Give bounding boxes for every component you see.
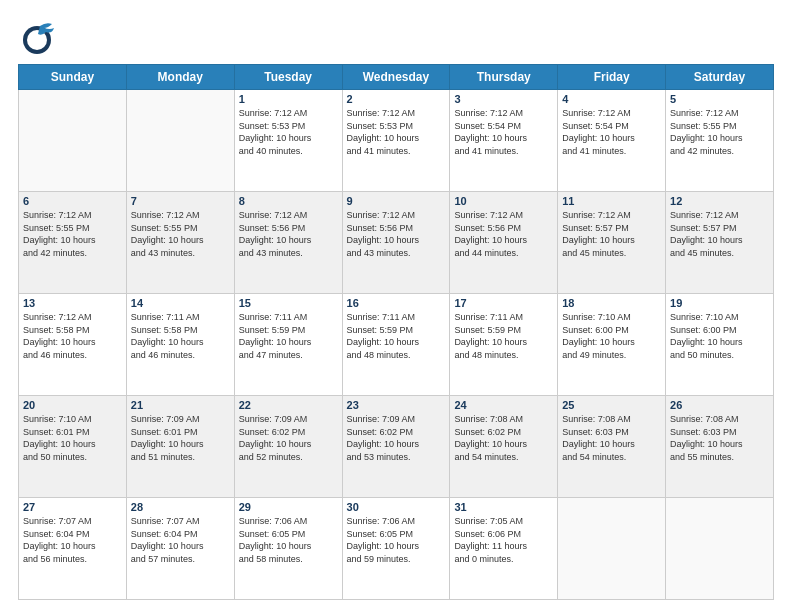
day-number: 10 xyxy=(454,195,553,207)
day-number: 12 xyxy=(670,195,769,207)
page: SundayMondayTuesdayWednesdayThursdayFrid… xyxy=(0,0,792,612)
day-header-wednesday: Wednesday xyxy=(342,65,450,90)
logo-svg xyxy=(18,18,56,56)
day-number: 5 xyxy=(670,93,769,105)
day-number: 26 xyxy=(670,399,769,411)
calendar-cell: 17Sunrise: 7:11 AM Sunset: 5:59 PM Dayli… xyxy=(450,294,558,396)
calendar-cell: 2Sunrise: 7:12 AM Sunset: 5:53 PM Daylig… xyxy=(342,90,450,192)
day-number: 20 xyxy=(23,399,122,411)
day-header-tuesday: Tuesday xyxy=(234,65,342,90)
calendar-cell xyxy=(126,90,234,192)
day-number: 17 xyxy=(454,297,553,309)
day-number: 3 xyxy=(454,93,553,105)
day-info: Sunrise: 7:12 AM Sunset: 5:56 PM Dayligh… xyxy=(454,209,553,259)
day-info: Sunrise: 7:12 AM Sunset: 5:57 PM Dayligh… xyxy=(670,209,769,259)
day-number: 4 xyxy=(562,93,661,105)
calendar-cell: 10Sunrise: 7:12 AM Sunset: 5:56 PM Dayli… xyxy=(450,192,558,294)
calendar-cell: 6Sunrise: 7:12 AM Sunset: 5:55 PM Daylig… xyxy=(19,192,127,294)
week-row-4: 20Sunrise: 7:10 AM Sunset: 6:01 PM Dayli… xyxy=(19,396,774,498)
calendar-cell: 29Sunrise: 7:06 AM Sunset: 6:05 PM Dayli… xyxy=(234,498,342,600)
day-number: 28 xyxy=(131,501,230,513)
day-info: Sunrise: 7:10 AM Sunset: 6:00 PM Dayligh… xyxy=(670,311,769,361)
day-number: 21 xyxy=(131,399,230,411)
week-row-5: 27Sunrise: 7:07 AM Sunset: 6:04 PM Dayli… xyxy=(19,498,774,600)
calendar-cell: 28Sunrise: 7:07 AM Sunset: 6:04 PM Dayli… xyxy=(126,498,234,600)
day-number: 2 xyxy=(347,93,446,105)
calendar-table: SundayMondayTuesdayWednesdayThursdayFrid… xyxy=(18,64,774,600)
day-info: Sunrise: 7:12 AM Sunset: 5:54 PM Dayligh… xyxy=(454,107,553,157)
calendar-cell: 14Sunrise: 7:11 AM Sunset: 5:58 PM Dayli… xyxy=(126,294,234,396)
week-row-2: 6Sunrise: 7:12 AM Sunset: 5:55 PM Daylig… xyxy=(19,192,774,294)
calendar-cell: 11Sunrise: 7:12 AM Sunset: 5:57 PM Dayli… xyxy=(558,192,666,294)
day-number: 1 xyxy=(239,93,338,105)
day-number: 19 xyxy=(670,297,769,309)
day-number: 14 xyxy=(131,297,230,309)
calendar-cell: 19Sunrise: 7:10 AM Sunset: 6:00 PM Dayli… xyxy=(666,294,774,396)
calendar-cell: 25Sunrise: 7:08 AM Sunset: 6:03 PM Dayli… xyxy=(558,396,666,498)
day-number: 15 xyxy=(239,297,338,309)
calendar-cell: 4Sunrise: 7:12 AM Sunset: 5:54 PM Daylig… xyxy=(558,90,666,192)
day-number: 9 xyxy=(347,195,446,207)
calendar-cell xyxy=(19,90,127,192)
day-info: Sunrise: 7:06 AM Sunset: 6:05 PM Dayligh… xyxy=(347,515,446,565)
day-number: 8 xyxy=(239,195,338,207)
days-header-row: SundayMondayTuesdayWednesdayThursdayFrid… xyxy=(19,65,774,90)
calendar-cell: 16Sunrise: 7:11 AM Sunset: 5:59 PM Dayli… xyxy=(342,294,450,396)
calendar-cell: 5Sunrise: 7:12 AM Sunset: 5:55 PM Daylig… xyxy=(666,90,774,192)
day-info: Sunrise: 7:12 AM Sunset: 5:56 PM Dayligh… xyxy=(239,209,338,259)
day-info: Sunrise: 7:11 AM Sunset: 5:58 PM Dayligh… xyxy=(131,311,230,361)
day-header-saturday: Saturday xyxy=(666,65,774,90)
day-info: Sunrise: 7:12 AM Sunset: 5:56 PM Dayligh… xyxy=(347,209,446,259)
day-number: 27 xyxy=(23,501,122,513)
calendar-cell: 15Sunrise: 7:11 AM Sunset: 5:59 PM Dayli… xyxy=(234,294,342,396)
calendar-cell: 22Sunrise: 7:09 AM Sunset: 6:02 PM Dayli… xyxy=(234,396,342,498)
day-number: 30 xyxy=(347,501,446,513)
day-number: 13 xyxy=(23,297,122,309)
day-header-sunday: Sunday xyxy=(19,65,127,90)
day-info: Sunrise: 7:12 AM Sunset: 5:53 PM Dayligh… xyxy=(239,107,338,157)
calendar-cell: 23Sunrise: 7:09 AM Sunset: 6:02 PM Dayli… xyxy=(342,396,450,498)
day-info: Sunrise: 7:07 AM Sunset: 6:04 PM Dayligh… xyxy=(23,515,122,565)
day-info: Sunrise: 7:12 AM Sunset: 5:58 PM Dayligh… xyxy=(23,311,122,361)
day-number: 22 xyxy=(239,399,338,411)
day-info: Sunrise: 7:08 AM Sunset: 6:02 PM Dayligh… xyxy=(454,413,553,463)
calendar-cell: 13Sunrise: 7:12 AM Sunset: 5:58 PM Dayli… xyxy=(19,294,127,396)
week-row-1: 1Sunrise: 7:12 AM Sunset: 5:53 PM Daylig… xyxy=(19,90,774,192)
day-info: Sunrise: 7:12 AM Sunset: 5:53 PM Dayligh… xyxy=(347,107,446,157)
calendar-cell: 9Sunrise: 7:12 AM Sunset: 5:56 PM Daylig… xyxy=(342,192,450,294)
day-header-friday: Friday xyxy=(558,65,666,90)
day-info: Sunrise: 7:11 AM Sunset: 5:59 PM Dayligh… xyxy=(347,311,446,361)
logo-icon xyxy=(18,18,56,56)
day-number: 31 xyxy=(454,501,553,513)
calendar-cell: 18Sunrise: 7:10 AM Sunset: 6:00 PM Dayli… xyxy=(558,294,666,396)
day-number: 23 xyxy=(347,399,446,411)
day-number: 16 xyxy=(347,297,446,309)
calendar-body: 1Sunrise: 7:12 AM Sunset: 5:53 PM Daylig… xyxy=(19,90,774,600)
day-number: 25 xyxy=(562,399,661,411)
calendar-cell: 27Sunrise: 7:07 AM Sunset: 6:04 PM Dayli… xyxy=(19,498,127,600)
logo xyxy=(18,18,60,56)
day-info: Sunrise: 7:12 AM Sunset: 5:54 PM Dayligh… xyxy=(562,107,661,157)
calendar-cell: 1Sunrise: 7:12 AM Sunset: 5:53 PM Daylig… xyxy=(234,90,342,192)
calendar-cell: 26Sunrise: 7:08 AM Sunset: 6:03 PM Dayli… xyxy=(666,396,774,498)
day-info: Sunrise: 7:09 AM Sunset: 6:01 PM Dayligh… xyxy=(131,413,230,463)
day-number: 7 xyxy=(131,195,230,207)
calendar-cell: 31Sunrise: 7:05 AM Sunset: 6:06 PM Dayli… xyxy=(450,498,558,600)
day-header-thursday: Thursday xyxy=(450,65,558,90)
day-info: Sunrise: 7:07 AM Sunset: 6:04 PM Dayligh… xyxy=(131,515,230,565)
calendar-cell: 30Sunrise: 7:06 AM Sunset: 6:05 PM Dayli… xyxy=(342,498,450,600)
day-number: 18 xyxy=(562,297,661,309)
day-info: Sunrise: 7:12 AM Sunset: 5:57 PM Dayligh… xyxy=(562,209,661,259)
day-info: Sunrise: 7:11 AM Sunset: 5:59 PM Dayligh… xyxy=(454,311,553,361)
day-info: Sunrise: 7:10 AM Sunset: 6:01 PM Dayligh… xyxy=(23,413,122,463)
day-info: Sunrise: 7:12 AM Sunset: 5:55 PM Dayligh… xyxy=(23,209,122,259)
day-info: Sunrise: 7:08 AM Sunset: 6:03 PM Dayligh… xyxy=(562,413,661,463)
header xyxy=(18,18,774,56)
day-info: Sunrise: 7:05 AM Sunset: 6:06 PM Dayligh… xyxy=(454,515,553,565)
day-info: Sunrise: 7:08 AM Sunset: 6:03 PM Dayligh… xyxy=(670,413,769,463)
calendar-cell: 7Sunrise: 7:12 AM Sunset: 5:55 PM Daylig… xyxy=(126,192,234,294)
day-number: 29 xyxy=(239,501,338,513)
calendar-cell: 8Sunrise: 7:12 AM Sunset: 5:56 PM Daylig… xyxy=(234,192,342,294)
day-number: 11 xyxy=(562,195,661,207)
calendar-cell: 21Sunrise: 7:09 AM Sunset: 6:01 PM Dayli… xyxy=(126,396,234,498)
